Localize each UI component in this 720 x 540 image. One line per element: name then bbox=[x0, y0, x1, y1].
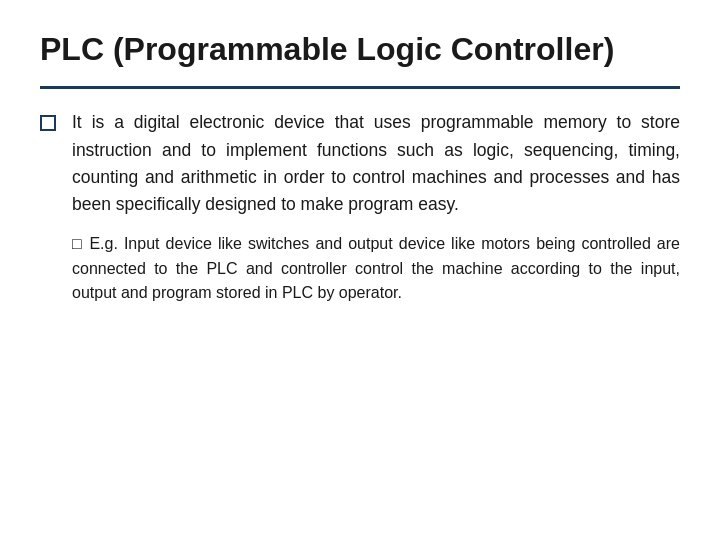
title-divider bbox=[40, 86, 680, 89]
sub-prefix: □ E.g. bbox=[72, 235, 118, 252]
slide-content: It is a digital electronic device that u… bbox=[40, 109, 680, 306]
sub-text: Input device like switches and output de… bbox=[72, 235, 680, 302]
bullet-column bbox=[40, 109, 72, 306]
slide-title: PLC (Programmable Logic Controller) bbox=[40, 30, 680, 68]
main-paragraph: It is a digital electronic device that u… bbox=[72, 109, 680, 218]
slide: PLC (Programmable Logic Controller) It i… bbox=[0, 0, 720, 540]
bullet-square-icon bbox=[40, 115, 56, 131]
sub-paragraph: □ E.g. Input device like switches and ou… bbox=[72, 232, 680, 306]
text-column: It is a digital electronic device that u… bbox=[72, 109, 680, 306]
